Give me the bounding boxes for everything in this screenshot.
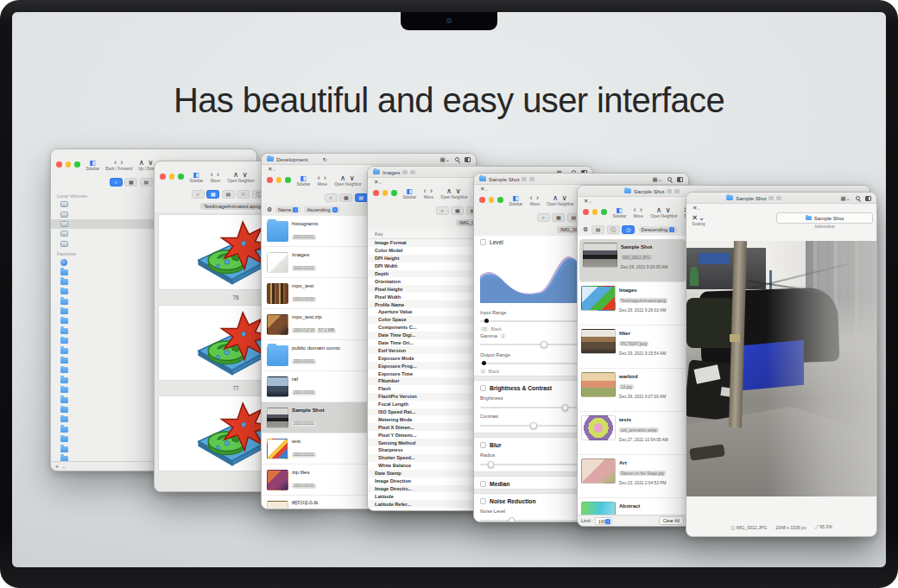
move-buttons[interactable]: ‹ ›Move <box>632 206 644 218</box>
segment-browse-icon[interactable]: ⌕ <box>325 193 338 202</box>
sidebar-toggle-button[interactable]: ◧Sidebar <box>613 206 627 218</box>
search-icon[interactable] <box>667 177 672 181</box>
minimize-button[interactable] <box>276 177 282 183</box>
history-item[interactable]: warbird 13.jpg Dec 29, 2021 9:07:00 AM <box>578 369 687 412</box>
options-chevron-icon[interactable]: ⌄ <box>62 464 66 469</box>
slider-thumb[interactable] <box>530 422 537 429</box>
search-icon[interactable] <box>455 157 459 161</box>
segment-list-icon[interactable]: ▤ <box>222 190 235 199</box>
thumbnail-grid-icon[interactable]: ▦⌄ <box>840 195 851 202</box>
blur-checkbox[interactable] <box>480 442 486 448</box>
sidebar-toggle-button[interactable]: ◧Sidebar <box>297 174 311 187</box>
segment-grid-icon[interactable]: ▦ <box>339 193 352 202</box>
sidebar-toggle-button[interactable]: ◧Sidebar <box>403 187 417 199</box>
history-item[interactable]: filter PIC70047.jpeg Dec 29, 2021 9:15:5… <box>578 326 687 369</box>
output-black-value[interactable]: 0 <box>480 369 486 374</box>
history-item[interactable]: Sample Shot IMG_0012.JPG Dec 29, 2021 9:… <box>579 239 686 282</box>
traffic-lights[interactable] <box>583 206 607 215</box>
addressbar[interactable]: Sample Shot Addressbar <box>776 212 873 229</box>
sidebar-toggle-button[interactable]: ◧Sidebar <box>86 159 100 171</box>
brightness-contrast-checkbox[interactable] <box>480 385 486 391</box>
sidebar-toggle-button[interactable]: ◧Sidebar <box>509 194 523 206</box>
traffic-lights[interactable] <box>267 174 291 183</box>
history-item[interactable]: tests cell_animation.webp Dec 27, 2021 1… <box>578 412 687 455</box>
move-buttons[interactable]: ‹ ›Move <box>528 194 541 206</box>
window-photo[interactable]: Sample Shot ▦⌄ ✕⌄ ✕⌄Scaling Sample Shot … <box>686 192 877 537</box>
search-icon[interactable] <box>856 196 860 200</box>
move-buttons[interactable]: ‹ ›Move <box>209 171 221 183</box>
move-buttons[interactable]: ‹ ›Move <box>422 187 434 199</box>
scaling-button[interactable]: ✕⌄ <box>480 186 489 193</box>
slider-thumb[interactable] <box>482 361 486 365</box>
zoom-button[interactable] <box>497 197 503 203</box>
slider-thumb[interactable] <box>509 517 515 522</box>
open-neighbor-buttons[interactable]: ∧ ∨Open Neighbor <box>547 194 573 206</box>
segment-browse-icon[interactable]: ⌕ <box>192 190 205 199</box>
minimize-button[interactable] <box>169 174 175 180</box>
gamma-value[interactable]: 1 <box>500 333 506 338</box>
move-buttons[interactable]: ‹ ›Move <box>316 174 328 187</box>
add-button[interactable]: + <box>55 464 59 470</box>
close-button[interactable] <box>583 209 589 215</box>
sort-name-pill[interactable]: Name↕ <box>275 206 300 213</box>
open-neighbor-buttons[interactable]: ∧ ∨Open Neighbor <box>650 206 677 218</box>
history-item[interactable]: Images TestImageAnimated.apng Dec 29, 20… <box>578 282 687 326</box>
stepper-icon[interactable]: ↕ <box>605 519 610 524</box>
noise-reduction-checkbox[interactable] <box>480 498 486 504</box>
thumbnail-grid-icon[interactable]: ▦⌄ <box>440 156 450 163</box>
gear-icon[interactable]: ⚙ <box>267 206 272 213</box>
close-button[interactable] <box>267 177 273 183</box>
open-neighbor-buttons[interactable]: ∧ ∨Open Neighbor <box>334 174 361 187</box>
back-forward-buttons[interactable]: ‹ ›Back / Forward <box>105 159 132 171</box>
slider-thumb[interactable] <box>484 319 489 323</box>
scaling-button[interactable]: ✕⌄ <box>584 198 592 205</box>
scaling-button[interactable]: ✕⌄ <box>374 179 383 186</box>
segment-info-icon[interactable]: ⓘ <box>607 225 620 234</box>
segment-list-icon[interactable]: ▤ <box>591 225 604 234</box>
limit-input[interactable]: 100↕ <box>595 517 612 525</box>
minimize-button[interactable] <box>66 161 72 168</box>
panel-toggle-icon[interactable] <box>677 177 683 182</box>
history-item[interactable]: Art Dancer on the Stage.jpg Dec 23, 2021… <box>578 455 687 498</box>
segment-grid-icon[interactable]: ▦ <box>451 206 464 215</box>
zoom-button[interactable] <box>391 190 397 196</box>
clear-all-button[interactable]: Clear All <box>659 516 684 525</box>
close-button[interactable] <box>479 197 485 203</box>
traffic-lights[interactable] <box>56 159 80 168</box>
segment-browse-icon[interactable]: ⌕ <box>436 206 449 215</box>
close-button[interactable] <box>160 174 166 180</box>
titlebar[interactable]: Development ↻ ▦⌄ <box>262 154 476 165</box>
slider-thumb[interactable] <box>562 404 569 411</box>
open-neighbor-buttons[interactable]: ∧ ∨Open Neighbor <box>440 187 467 199</box>
sort-order-pill[interactable]: Ascending↕ <box>304 206 339 213</box>
scaling-button[interactable]: ✕⌄ <box>692 205 701 212</box>
up-down-buttons[interactable]: ∧ ∨Up / Dow <box>138 159 155 171</box>
input-black-value[interactable]: 15 <box>480 326 489 332</box>
sort-order-pill[interactable]: Descending↕ <box>639 226 678 233</box>
segment-list-icon[interactable]: ▤ <box>355 193 368 202</box>
close-button[interactable] <box>373 190 379 196</box>
median-checkbox[interactable] <box>480 481 486 487</box>
close-button[interactable] <box>56 161 62 168</box>
segment-grid-icon[interactable]: ▦ <box>124 178 137 187</box>
traffic-lights[interactable] <box>479 194 503 203</box>
gear-icon[interactable]: ⚙ <box>583 226 588 233</box>
minimize-button[interactable] <box>383 190 389 196</box>
reload-icon[interactable]: ↻ <box>322 156 326 162</box>
traffic-lights[interactable] <box>373 187 397 196</box>
zoom-button[interactable] <box>285 177 291 183</box>
scaling-button[interactable]: ✕⌄ <box>268 166 276 173</box>
scaling-tool-button[interactable]: ✕⌄Scaling <box>692 214 705 226</box>
zoom-button[interactable] <box>74 161 80 168</box>
minimize-button[interactable] <box>489 197 495 203</box>
segment-list-icon[interactable]: ▤ <box>140 178 153 187</box>
zoom-button[interactable] <box>178 174 184 180</box>
open-neighbor-buttons[interactable]: ∧ ∨Open Neighbor <box>227 171 254 183</box>
thumbnail-grid-icon[interactable]: ▦⌄ <box>652 176 662 183</box>
slider-thumb[interactable] <box>541 341 547 348</box>
segment-browse-icon[interactable]: ⌕ <box>537 213 550 222</box>
titlebar[interactable]: Sample Shot ▦⌄ <box>686 193 876 204</box>
level-checkbox[interactable] <box>480 239 486 245</box>
zoom-button[interactable] <box>601 209 607 215</box>
segment-browse-icon[interactable]: ⌕ <box>110 178 123 187</box>
